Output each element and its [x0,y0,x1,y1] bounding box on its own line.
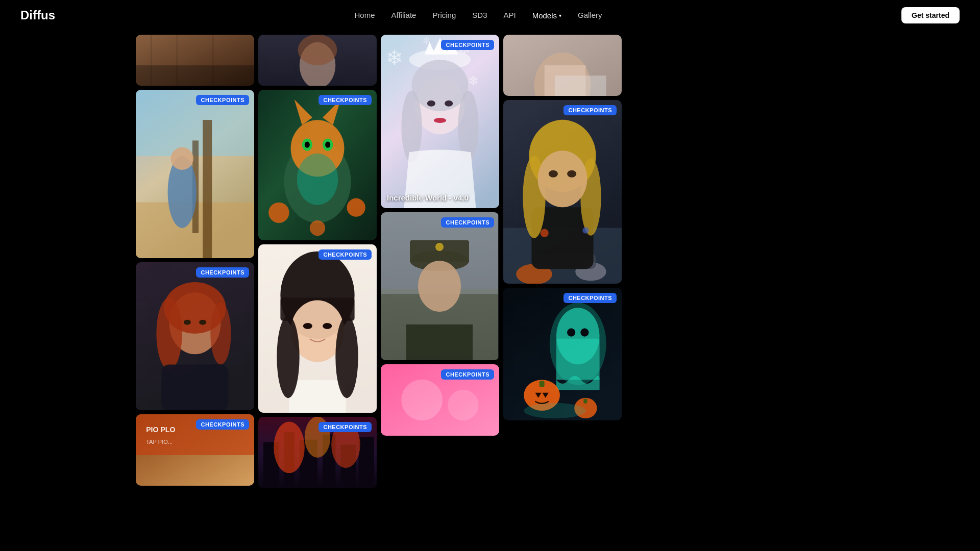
nav-api[interactable]: API [504,11,516,19]
svg-point-48 [277,316,299,398]
card-comic-art[interactable] [136,35,254,86]
svg-point-102 [567,170,576,178]
nav-models-dropdown[interactable]: Models ▾ [532,11,561,20]
svg-point-73 [434,118,446,123]
svg-point-100 [538,151,587,207]
svg-rect-17 [161,364,228,410]
svg-point-15 [156,297,182,369]
card-dark-top[interactable] [258,35,377,86]
card-fantasy-creature[interactable]: CHECKPOINTS [258,90,377,240]
card-biker-woman[interactable]: CHECKPOINTS [503,100,622,284]
svg-text:❄: ❄ [468,73,479,88]
svg-point-103 [541,229,549,237]
svg-point-104 [582,228,589,234]
grid-col-2: CHECKPOINTS [258,35,377,488]
badge-checkpoints-redhead: CHECKPOINTS [196,267,249,278]
svg-point-74 [427,101,435,107]
svg-point-81 [435,243,444,251]
svg-rect-83 [406,324,473,360]
svg-rect-112 [540,381,545,387]
card-pink-partial[interactable]: CHECKPOINTS [381,364,499,436]
grid-col-4: CHECKPOINTS [503,35,622,488]
svg-point-45 [303,323,312,329]
badge-checkpoints-fox: CHECKPOINTS [318,95,372,105]
svg-point-34 [268,203,289,223]
badge-checkpoints-asian: CHECKPOINTS [318,249,372,260]
svg-point-85 [401,380,443,421]
svg-rect-90 [555,76,606,96]
nav-links: Home Affiliate Pricing SD3 API Models ▾ … [355,11,602,20]
svg-text:PIO PLO: PIO PLO [146,425,175,434]
card-asian-woman[interactable]: CHECKPOINTS [258,244,377,413]
svg-rect-108 [556,339,600,380]
svg-point-70 [412,60,469,111]
card-blurred-face[interactable] [503,35,622,96]
svg-rect-47 [289,380,346,413]
card-ice-queen[interactable]: ❄ ❄ ❄ ❄ [381,35,499,208]
badge-checkpoints: CHECKPOINTS [196,95,249,105]
svg-rect-116 [583,399,587,404]
nav-home[interactable]: Home [355,11,375,19]
card-halloween[interactable]: CHECKPOINTS [503,288,622,420]
svg-point-35 [347,198,365,217]
badge-checkpoints-biker: CHECKPOINTS [564,105,617,115]
chevron-down-icon: ▾ [559,13,561,18]
svg-point-18 [184,320,191,325]
nav-gallery[interactable]: Gallery [578,11,602,19]
svg-point-109 [567,329,575,337]
svg-point-39 [297,154,338,205]
svg-point-33 [325,142,330,148]
model-grid: CHECKPOINTS [132,31,622,492]
badge-checkpoints-halloween: CHECKPOINTS [564,293,617,303]
svg-point-11 [171,147,193,170]
card-sign[interactable]: PIO PLO TAP PIO... CHECKPOINTS [136,414,254,486]
svg-point-117 [524,403,585,418]
card-military-woman[interactable]: CHECKPOINTS [381,212,499,360]
svg-point-46 [323,323,332,329]
svg-text:❄: ❄ [386,46,403,69]
badge-checkpoints-ice: CHECKPOINTS [441,40,494,50]
card-title-incredible-world: Incredible World - v4.0 [387,193,469,202]
card-redhead-woman[interactable]: CHECKPOINTS [136,262,254,410]
svg-point-86 [448,390,479,421]
navbar: Diffus Home Affiliate Pricing SD3 API Mo… [0,0,980,31]
grid-col-3: ❄ ❄ ❄ ❄ [381,35,499,488]
card-woman-blue-dress[interactable]: CHECKPOINTS [136,90,254,258]
brand-logo[interactable]: Diffus [20,8,55,22]
svg-rect-8 [203,120,212,258]
svg-point-82 [418,261,461,312]
svg-point-16 [210,303,231,364]
main-content: CHECKPOINTS [0,0,980,492]
svg-text:TAP PIO...: TAP PIO... [146,439,173,445]
badge-checkpoints-military: CHECKPOINTS [441,217,494,228]
nav-affiliate[interactable]: Affiliate [391,11,416,19]
svg-point-49 [335,316,358,398]
nav-sd3[interactable]: SD3 [472,11,487,19]
svg-point-57 [274,421,305,473]
badge-checkpoints-fire-city: CHECKPOINTS [318,422,372,432]
svg-point-101 [549,170,558,178]
nav-models-label: Models [532,11,557,20]
svg-point-32 [305,142,310,148]
svg-point-19 [199,320,206,325]
svg-point-110 [580,329,589,337]
card-fire-city[interactable]: CHECKPOINTS [258,417,377,488]
svg-point-26 [298,35,337,65]
svg-rect-1 [136,65,254,86]
svg-rect-56 [359,437,374,488]
badge-checkpoints-sign: CHECKPOINTS [196,419,249,430]
svg-point-75 [445,101,453,107]
badge-checkpoints-pink: CHECKPOINTS [441,369,494,380]
get-started-button[interactable]: Get started [901,7,960,23]
svg-point-36 [310,220,325,236]
nav-pricing[interactable]: Pricing [432,11,456,19]
grid-col-1: CHECKPOINTS [136,35,254,488]
